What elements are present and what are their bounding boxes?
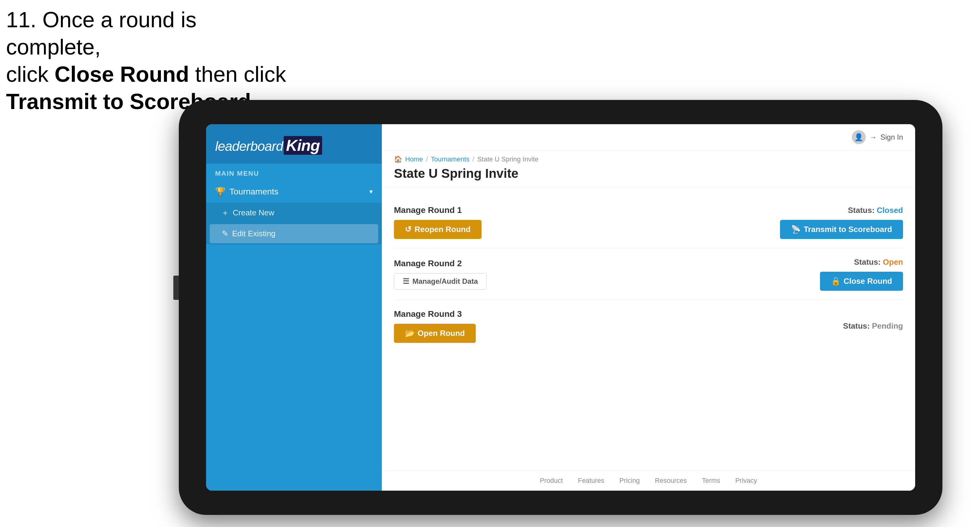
logo-leaderboard: leaderboard <box>215 139 283 154</box>
top-bar: 👤 → Sign In <box>382 124 915 151</box>
breadcrumb-sep1: / <box>426 156 428 163</box>
round-2-left: Manage Round 2 ☰ Manage/Audit Data <box>394 259 487 290</box>
tablet-device: leaderboardKing MAIN MENU 🏆 Tournaments … <box>179 100 942 515</box>
footer-privacy[interactable]: Privacy <box>735 477 757 484</box>
round-1-right: Status: Closed 📡 Transmit to Scoreboard <box>780 206 903 239</box>
sidebar: leaderboardKing MAIN MENU 🏆 Tournaments … <box>206 124 382 490</box>
round-3-left: Manage Round 3 📂 Open Round <box>394 309 476 343</box>
chevron-down-icon: ▾ <box>369 188 373 196</box>
round-3-section: Manage Round 3 📂 Open Round Status: Pend… <box>394 300 903 352</box>
transmit-icon: 📡 <box>791 225 800 234</box>
reopen-round-label: Reopen Round <box>415 225 471 234</box>
home-icon: 🏠 <box>394 156 402 163</box>
signin-label: Sign In <box>880 133 903 141</box>
main-content: 👤 → Sign In 🏠 Home / Tournaments / State… <box>382 124 915 490</box>
avatar: 👤 <box>852 130 866 144</box>
instruction-bold1: Close Round <box>54 62 189 86</box>
round-2-section: Manage Round 2 ☰ Manage/Audit Data Statu… <box>394 248 903 300</box>
reopen-round-button[interactable]: ↺ Reopen Round <box>394 220 482 239</box>
round-1-status-value: Closed <box>877 206 903 215</box>
trophy-icon: 🏆 <box>215 187 226 197</box>
round-1-title: Manage Round 1 <box>394 205 482 215</box>
page-title: State U Spring Invite <box>382 163 915 187</box>
plus-icon: ＋ <box>221 208 229 218</box>
sidebar-item-tournaments[interactable]: 🏆 Tournaments ▾ <box>206 181 382 203</box>
transmit-scoreboard-button[interactable]: 📡 Transmit to Scoreboard <box>780 220 903 239</box>
breadcrumb-current: State U Spring Invite <box>477 156 538 163</box>
close-round-label: Close Round <box>844 276 892 286</box>
sidebar-item-edit-existing[interactable]: ✎ Edit Existing <box>210 224 378 243</box>
logo-area: leaderboardKing <box>206 124 382 163</box>
open-round-button[interactable]: 📂 Open Round <box>394 324 476 343</box>
round-1-section: Manage Round 1 ↺ Reopen Round Status: Cl… <box>394 196 903 248</box>
tablet-side-button <box>173 276 179 300</box>
footer: Product Features Pricing Resources Terms… <box>382 470 915 490</box>
logo-king: King <box>284 136 323 155</box>
footer-pricing[interactable]: Pricing <box>619 477 640 484</box>
round-3-right: Status: Pending <box>843 321 903 331</box>
transmit-scoreboard-label: Transmit to Scoreboard <box>803 225 892 234</box>
round-3-status-value: Pending <box>872 321 903 330</box>
lock-icon: 🔒 <box>831 276 841 286</box>
content-area: Manage Round 1 ↺ Reopen Round Status: Cl… <box>382 187 915 470</box>
round-2-status-value: Open <box>883 257 903 267</box>
round-1-left: Manage Round 1 ↺ Reopen Round <box>394 205 482 239</box>
breadcrumb-sep2: / <box>473 156 474 163</box>
sidebar-item-create-new[interactable]: ＋ Create New <box>206 203 382 223</box>
reopen-icon: ↺ <box>405 225 412 234</box>
close-round-button[interactable]: 🔒 Close Round <box>820 272 903 291</box>
round-1-status: Status: Closed <box>848 206 903 215</box>
open-icon: 📂 <box>405 329 415 338</box>
open-round-label: Open Round <box>418 329 465 338</box>
footer-resources[interactable]: Resources <box>655 477 687 484</box>
round-2-right: Status: Open 🔒 Close Round <box>820 257 903 291</box>
sidebar-submenu-tournaments: ＋ Create New ✎ Edit Existing <box>206 203 382 244</box>
breadcrumb-tournaments[interactable]: Tournaments <box>431 156 469 163</box>
breadcrumb-home[interactable]: Home <box>405 156 423 163</box>
instruction-line2: click Close Round then click <box>6 62 286 86</box>
round-2-title: Manage Round 2 <box>394 259 487 268</box>
manage-audit-label: Manage/Audit Data <box>412 277 478 286</box>
main-menu-label: MAIN MENU <box>206 163 382 181</box>
breadcrumb: 🏠 Home / Tournaments / State U Spring In… <box>382 151 915 163</box>
round-2-status: Status: Open <box>854 257 903 267</box>
footer-features[interactable]: Features <box>578 477 604 484</box>
instruction-line1: 11. Once a round is complete, <box>6 8 196 59</box>
create-new-label: Create New <box>233 208 274 217</box>
app-logo: leaderboardKing <box>215 136 373 154</box>
manage-audit-button[interactable]: ☰ Manage/Audit Data <box>394 273 487 290</box>
audit-icon: ☰ <box>403 277 409 286</box>
edit-existing-label: Edit Existing <box>232 229 275 238</box>
signin-arrow-icon: → <box>869 133 877 141</box>
edit-icon: ✎ <box>222 229 229 238</box>
signin-area[interactable]: 👤 → Sign In <box>852 130 903 144</box>
round-3-title: Manage Round 3 <box>394 309 476 319</box>
round-3-status: Status: Pending <box>843 321 903 331</box>
tablet-screen: leaderboardKing MAIN MENU 🏆 Tournaments … <box>206 124 915 490</box>
footer-product[interactable]: Product <box>540 477 563 484</box>
footer-terms[interactable]: Terms <box>702 477 720 484</box>
instruction-block: 11. Once a round is complete, click Clos… <box>6 6 294 115</box>
sidebar-tournaments-label: Tournaments <box>229 187 278 197</box>
